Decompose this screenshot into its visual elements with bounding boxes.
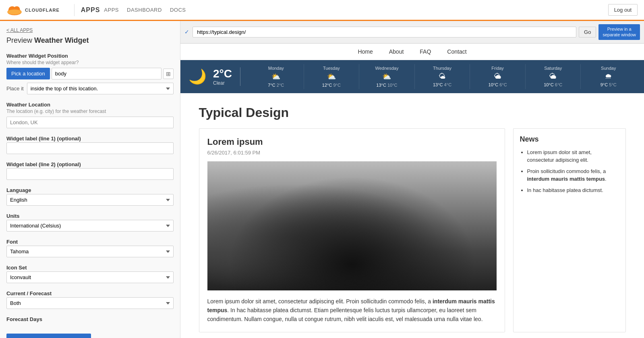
news-title: News	[520, 135, 619, 144]
main-layout: < ALL APPS Preview Weather Widget Weathe…	[0, 21, 644, 338]
widget-position-sublabel: Where should the widget appear?	[6, 60, 174, 65]
site-nav-contact[interactable]: Contact	[447, 48, 466, 55]
widget-position-label: Weather Widget Position	[6, 53, 174, 59]
site-nav-faq[interactable]: FAQ	[420, 48, 431, 55]
widget-label1-section: Widget label (line 1) (optional)	[6, 136, 174, 154]
settings-sidebar: < ALL APPS Preview Weather Widget Weathe…	[0, 21, 180, 338]
preview-separate-button[interactable]: Preview in aseparate window	[598, 24, 640, 40]
place-it-row: Place it inside the top of this location…	[6, 83, 174, 94]
logout-button[interactable]: Log out	[608, 4, 638, 16]
icon-set-section: Icon Set Iconvault Default Flat	[6, 265, 174, 283]
preview-toolbar: ✓ Go Preview in aseparate window	[180, 21, 644, 44]
weather-current-info: 2°C Clear	[213, 67, 232, 86]
weather-current-icon: 🌙	[188, 68, 207, 85]
page-title: Preview Weather Widget	[6, 36, 174, 45]
grid-icon[interactable]: ⊞	[163, 69, 174, 79]
news-item-2: Proin sollicitudin commodo felis, a inte…	[527, 167, 619, 183]
site-page-title: Typical Design	[199, 105, 626, 120]
font-label: Font	[6, 239, 174, 245]
article-title: Lorem ipsum	[207, 137, 497, 147]
nav-link-dashboard[interactable]: DASHBOARD	[127, 7, 162, 13]
weather-current: 🌙 2°C Clear	[188, 67, 240, 86]
units-section: Units International (Celsius) US (Fahren…	[6, 213, 174, 232]
units-select[interactable]: International (Celsius) US (Fahrenheit)	[6, 220, 174, 232]
site-nav-home[interactable]: Home	[358, 48, 373, 55]
preview-pane: ✓ Go Preview in aseparate window Home Ab…	[180, 21, 644, 338]
news-item-1: Lorem ipsum dolor sit amet, consectetur …	[527, 148, 619, 164]
forecast-sunday: Sunday 🌧 9°C 5°C	[581, 64, 636, 89]
site-nav-about[interactable]: About	[389, 48, 404, 55]
font-select[interactable]: Tahoma Arial Verdana Georgia	[6, 246, 174, 257]
content-layout: Lorem ipsum 6/26/2017, 6:01:59 PM Lorem …	[199, 128, 626, 332]
forecast-saturday: Saturday 🌥 10°C 6°C	[526, 64, 581, 89]
article-image	[207, 161, 497, 290]
place-it-select[interactable]: inside the top of this location. inside …	[27, 83, 174, 94]
weather-location-sublabel: The location (e.g. city) for the weather…	[6, 108, 174, 114]
back-link[interactable]: < ALL APPS	[6, 27, 174, 33]
article-body: Lorem ipsum dolor sit amet, consectetur …	[207, 297, 497, 324]
weather-current-desc: Clear	[213, 80, 232, 86]
site-preview: Home About FAQ Contact 🌙 2°C Clear Monda…	[180, 44, 644, 338]
icon-set-select[interactable]: Iconvault Default Flat	[6, 271, 174, 283]
weather-forecast: Monday ⛅ 7°C 2°C Tuesday ⛅ 12°C 9°C Wedn…	[248, 64, 636, 89]
language-label: Language	[6, 187, 174, 193]
widget-label1-label: Widget label (line 1) (optional)	[6, 136, 174, 142]
go-button[interactable]: Go	[579, 27, 596, 38]
top-nav: CLOUDFLARE APPS APPS DASHBOARD DOCS Log …	[0, 0, 644, 21]
pick-location-button[interactable]: Pick a location	[6, 68, 50, 79]
widget-label2-label: Widget label (line 2) (optional)	[6, 161, 174, 167]
place-it-label: Place it	[6, 86, 24, 92]
forecast-days-section: Forecast Days	[6, 316, 174, 322]
current-forecast-section: Current / Forecast Both Current only For…	[6, 290, 174, 309]
language-section: Language English French German Spanish	[6, 187, 174, 206]
app-section-title: APPS	[81, 6, 100, 14]
checkmark-icon: ✓	[184, 29, 189, 35]
forecast-thursday: Thursday 🌤 13°C 4°C	[415, 64, 470, 89]
article-body-start: Lorem ipsum dolor sit amet, consectetur …	[207, 298, 433, 305]
nav-link-docs[interactable]: DOCS	[170, 7, 186, 13]
article-image-inner	[207, 161, 497, 290]
current-forecast-select[interactable]: Both Current only Forecast only	[6, 297, 174, 309]
nav-links: APPS DASHBOARD DOCS	[104, 7, 186, 13]
content-main: Lorem ipsum 6/26/2017, 6:01:59 PM Lorem …	[199, 128, 505, 332]
weather-widget: 🌙 2°C Clear Monday ⛅ 7°C 2°C Tuesday ⛅	[180, 60, 644, 93]
nav-link-apps[interactable]: APPS	[104, 7, 119, 13]
forecast-friday: Friday 🌥 10°C 6°C	[470, 64, 526, 89]
content-news-sidebar: News Lorem ipsum dolor sit amet, consect…	[513, 128, 626, 332]
widget-label2-input[interactable]	[6, 168, 174, 180]
weather-location-label: Weather Location	[6, 102, 174, 108]
units-label: Units	[6, 213, 174, 219]
cloudflare-logo: CLOUDFLARE	[6, 5, 60, 15]
nav-divider	[74, 4, 75, 16]
weather-location-section: Weather Location The location (e.g. city…	[6, 102, 174, 128]
finish-install-button[interactable]: Finish installing onto your site ›	[6, 334, 91, 338]
widget-position-section: Weather Widget Position Where should the…	[6, 53, 174, 94]
article-date: 6/26/2017, 6:01:59 PM	[207, 150, 497, 156]
weather-current-temp: 2°C	[213, 67, 232, 80]
svg-point-3	[7, 9, 21, 15]
widget-label2-section: Widget label (line 2) (optional)	[6, 161, 174, 180]
location-row: Pick a location ⊞	[6, 68, 174, 79]
article-body-end: . In hac habitasse platea dictumst. Etia…	[207, 307, 483, 322]
icon-set-label: Icon Set	[6, 265, 174, 271]
forecast-wednesday: Wednesday ⛅ 13°C 10°C	[359, 64, 415, 89]
forecast-monday: Monday ⛅ 7°C 2°C	[248, 64, 304, 89]
current-forecast-label: Current / Forecast	[6, 290, 174, 296]
forecast-tuesday: Tuesday ⛅ 12°C 9°C	[304, 64, 360, 89]
brand-name: CLOUDFLARE	[25, 8, 60, 13]
url-bar[interactable]	[193, 27, 576, 38]
site-nav: Home About FAQ Contact	[180, 44, 644, 60]
news-item-3: In hac habitasse platea dictumst.	[527, 186, 619, 194]
news-list: Lorem ipsum dolor sit amet, consectetur …	[520, 148, 619, 194]
logo-area: CLOUDFLARE	[6, 5, 60, 15]
site-content: Typical Design Lorem ipsum 6/26/2017, 6:…	[191, 93, 634, 338]
weather-location-input[interactable]	[6, 117, 174, 128]
font-section: Font Tahoma Arial Verdana Georgia	[6, 239, 174, 257]
cloudflare-cloud-icon	[6, 5, 23, 15]
widget-label1-input[interactable]	[6, 142, 174, 154]
language-select[interactable]: English French German Spanish	[6, 194, 174, 206]
location-text-input[interactable]	[52, 68, 162, 79]
forecast-days-label: Forecast Days	[6, 316, 174, 322]
